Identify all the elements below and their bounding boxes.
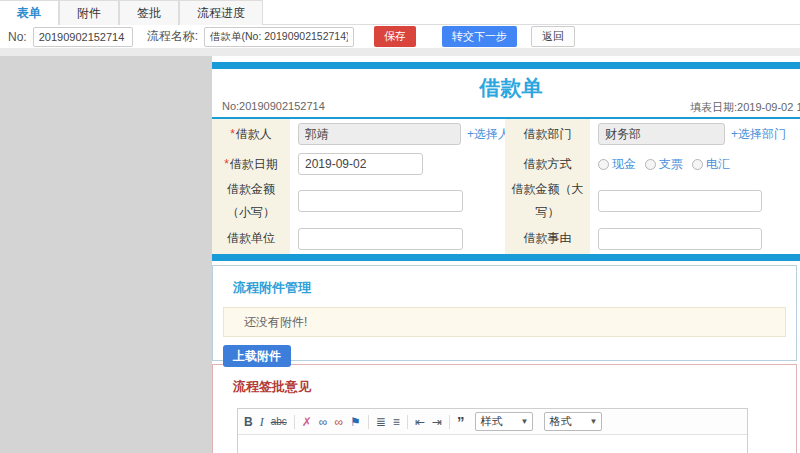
chevron-down-icon: ▼ [521,417,529,426]
outdent-icon[interactable]: ⇤ [415,416,425,428]
numbered-list-icon[interactable]: ≣ [376,416,386,428]
tab-approval[interactable]: 签批 [119,0,179,25]
required-marker: * [224,153,229,176]
loan-unit-label: 借款单位 [212,223,290,254]
amount-lower-input[interactable] [298,190,463,212]
loan-method-label: 借款方式 [505,149,590,179]
process-name-label: 流程名称: [147,28,198,45]
radio-wire-label: 电汇 [706,156,730,173]
link-icon[interactable]: ∞ [319,416,328,428]
form-no-text: No:20190902152714 [222,100,325,112]
radio-circle-icon[interactable] [645,159,656,170]
department-label-text: 借款部门 [524,123,572,146]
anchor-flag-icon[interactable]: ⚑ [350,416,361,428]
amount-lower-label: 借款金额（小写） [212,179,290,223]
command-bar: No: 流程名称: 保存 转交下一步 返回 [0,25,800,48]
approval-title: 流程签批意见 [233,378,796,396]
bulleted-list-icon[interactable]: ≡ [393,416,400,428]
borrower-input[interactable] [298,123,461,145]
amount-upper-field [590,179,800,223]
next-step-button[interactable]: 转交下一步 [442,26,517,47]
required-marker: * [230,123,235,146]
toolbar-separator [407,415,408,429]
form-row-unit-reason: 借款单位 借款事由 [212,223,800,254]
attachments-title: 流程附件管理 [233,279,796,297]
unlink-icon[interactable]: ∞ [334,416,343,428]
department-input[interactable] [598,123,725,145]
editor-content-area[interactable] [238,435,747,453]
form-title: 借款单 [212,69,800,99]
editor-toolbar: B I abc ✗ ∞ ∞ ⚑ ≣ ≡ ⇤ ⇥ [238,409,747,435]
form-date-text: 填表日期:2019-09-02 15:27:1 [690,100,800,115]
toolbar-separator [368,415,369,429]
form-meta-row: No:20190902152714 填表日期:2019-09-02 15:27:… [212,99,800,114]
loan-reason-label-text: 借款事由 [524,227,572,250]
radio-cheque[interactable]: 支票 [645,156,683,173]
loan-method-label-text: 借款方式 [524,153,572,176]
loan-reason-label: 借款事由 [505,223,590,254]
tab-process-progress[interactable]: 流程进度 [179,0,263,25]
page: 表单 附件 签批 流程进度 No: 流程名称: 保存 转交下一步 返回 借款单 … [0,0,800,453]
rich-text-editor: B I abc ✗ ∞ ∞ ⚑ ≣ ≡ ⇤ ⇥ [237,408,748,453]
radio-wire[interactable]: 电汇 [692,156,730,173]
panel-bottom-bar [212,254,800,261]
loan-method-radio-group: 现金 支票 电汇 [598,156,730,173]
bold-icon[interactable]: B [244,416,253,428]
process-name-input[interactable] [204,27,354,47]
upload-attachment-button[interactable]: 上载附件 [223,345,291,367]
loan-unit-field [290,223,505,254]
save-button[interactable]: 保存 [374,26,416,47]
department-label: 借款部门 [505,119,590,149]
loan-reason-input[interactable] [598,228,762,250]
loan-date-label-text: 借款日期 [230,153,278,176]
approval-panel: 流程签批意见 B I abc ✗ ∞ ∞ ⚑ ≣ ≡ [212,364,797,453]
form-row-amount: 借款金额（小写） 借款金额（大写） [212,179,800,223]
blockquote-icon[interactable]: ” [457,414,465,429]
italic-icon[interactable]: I [260,416,264,428]
style-dropdown[interactable]: 样式 ▼ [475,412,533,431]
loan-reason-field [590,223,800,254]
no-label: No: [8,30,27,44]
borrower-field: +选择人员 [290,119,505,149]
form-row-date-method: *借款日期 借款方式 现金 [212,149,800,179]
back-button[interactable]: 返回 [531,26,575,47]
amount-upper-label: 借款金额（大写） [505,179,590,223]
amount-upper-label-text: 借款金额（大写） [511,178,584,224]
radio-cash-label: 现金 [612,156,636,173]
tab-bar: 表单 附件 签批 流程进度 [0,0,800,25]
radio-cheque-label: 支票 [659,156,683,173]
radio-circle-icon[interactable] [692,159,703,170]
borrower-label-text: 借款人 [236,123,272,146]
tab-form[interactable]: 表单 [0,0,59,25]
no-attachments-message: 还没有附件! [223,307,786,337]
content-region: 借款单 No:20190902152714 填表日期:2019-09-02 15… [0,48,800,453]
attachments-panel: 流程附件管理 还没有附件! 上载附件 [212,265,797,361]
tab-attachments[interactable]: 附件 [59,0,119,25]
amount-upper-input[interactable] [598,190,762,212]
style-dropdown-label: 样式 [480,414,502,429]
loan-date-field [290,149,505,179]
loan-method-field: 现金 支票 电汇 [590,149,800,179]
format-dropdown-label: 格式 [549,414,571,429]
loan-unit-input[interactable] [298,228,463,250]
toolbar-separator [449,415,450,429]
loan-date-label: *借款日期 [212,149,290,179]
indent-icon[interactable]: ⇥ [432,416,442,428]
left-gray-area [0,56,212,453]
loan-date-input[interactable] [298,153,423,175]
remove-format-icon[interactable]: ✗ [302,416,312,428]
loan-form-panel: 借款单 No:20190902152714 填表日期:2019-09-02 15… [212,62,800,261]
toolbar-separator [294,415,295,429]
radio-circle-icon[interactable] [598,159,609,170]
loan-unit-label-text: 借款单位 [227,227,275,250]
form-row-borrower: *借款人 +选择人员 借款部门 +选择部门 [212,119,800,149]
borrower-label: *借款人 [212,119,290,149]
radio-cash[interactable]: 现金 [598,156,636,173]
chevron-down-icon: ▼ [590,417,598,426]
no-input[interactable] [33,27,133,47]
format-dropdown[interactable]: 格式 ▼ [544,412,602,431]
strikethrough-icon[interactable]: abc [271,417,287,427]
panel-top-bar [212,62,800,69]
select-department-link[interactable]: +选择部门 [731,126,786,143]
work-area: 借款单 No:20190902152714 填表日期:2019-09-02 15… [212,56,800,453]
